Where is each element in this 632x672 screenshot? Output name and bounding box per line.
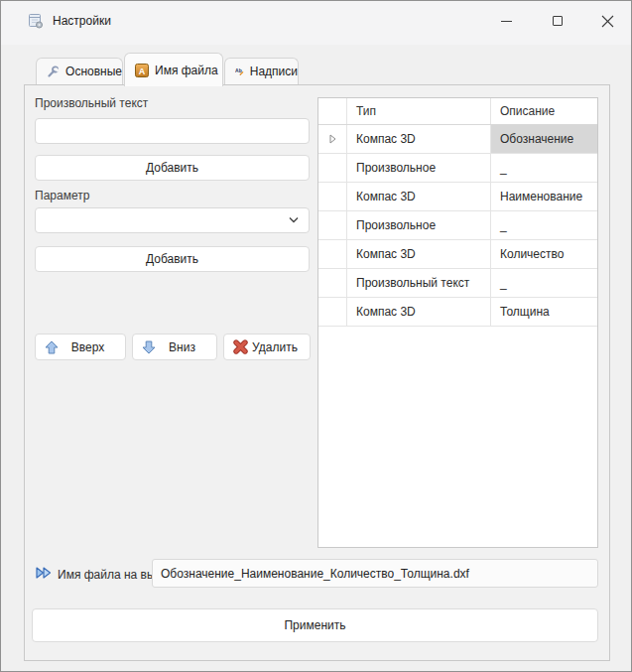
tab-label: Имя файла bbox=[155, 64, 218, 77]
tab-labels[interactable]: Ab Надписи bbox=[224, 58, 299, 84]
row-header-cell[interactable] bbox=[318, 211, 347, 239]
add-parameter-button-label: Добавить bbox=[146, 252, 198, 266]
maximize-button[interactable] bbox=[535, 1, 580, 41]
description-cell[interactable]: _ bbox=[491, 211, 597, 239]
add-text-button-label: Добавить bbox=[146, 161, 198, 175]
type-cell[interactable]: Компас 3D bbox=[347, 298, 491, 326]
table-row[interactable]: Компас 3D Наименование bbox=[318, 183, 597, 211]
tab-basic-settings[interactable]: Основные bbox=[36, 58, 123, 84]
table-row[interactable]: Компас 3D Количество bbox=[318, 240, 597, 269]
chevron-down-icon bbox=[288, 216, 300, 224]
description-cell[interactable]: Наименование bbox=[491, 183, 597, 210]
table-row[interactable]: Произвольное _ bbox=[318, 154, 597, 183]
row-header-cell[interactable] bbox=[318, 269, 347, 297]
add-parameter-button[interactable]: Добавить bbox=[35, 246, 310, 272]
close-icon bbox=[601, 15, 614, 28]
parameter-label: Параметр bbox=[35, 189, 89, 202]
letter-a-icon: A bbox=[135, 64, 149, 77]
type-cell[interactable]: Компас 3D bbox=[347, 125, 491, 153]
apply-button-label: Применить bbox=[284, 618, 345, 632]
row-header-cell[interactable] bbox=[318, 125, 347, 153]
move-up-button-label: Вверх bbox=[59, 340, 117, 354]
minimize-icon bbox=[501, 21, 512, 22]
app-icon bbox=[28, 13, 44, 29]
parameters-table: Тип Описание Компас 3D Обозначение Произ… bbox=[317, 97, 598, 548]
svg-text:A: A bbox=[139, 66, 146, 75]
row-header-cell[interactable] bbox=[318, 298, 347, 326]
table-row[interactable]: Произвольное _ bbox=[318, 211, 597, 240]
tab-content-panel: Произвольный текст Добавить Параметр Доб… bbox=[24, 84, 610, 661]
output-double-arrow-icon bbox=[35, 565, 53, 581]
row-header-cell[interactable] bbox=[318, 183, 347, 210]
description-cell[interactable]: Количество bbox=[491, 240, 597, 268]
table-row[interactable]: Компас 3D Толщина bbox=[318, 298, 597, 327]
tab-label: Основные bbox=[65, 65, 122, 78]
down-arrow-icon bbox=[142, 340, 156, 354]
row-header-cell[interactable] bbox=[318, 154, 347, 182]
window-title: Настройки bbox=[53, 1, 111, 41]
row-header-column bbox=[318, 98, 347, 124]
type-cell[interactable]: Произвольный текст bbox=[347, 269, 491, 297]
description-cell[interactable]: _ bbox=[491, 154, 597, 182]
column-header-description[interactable]: Описание bbox=[491, 98, 597, 124]
free-text-label: Произвольный текст bbox=[35, 96, 148, 110]
description-cell[interactable]: Толщина bbox=[491, 298, 597, 326]
description-cell[interactable]: _ bbox=[491, 269, 597, 297]
up-arrow-icon bbox=[45, 340, 59, 354]
ab-pencil-icon: Ab bbox=[235, 64, 244, 79]
type-cell[interactable]: Произвольное bbox=[347, 154, 491, 182]
add-text-button[interactable]: Добавить bbox=[35, 155, 310, 181]
delete-button[interactable]: Удалить bbox=[223, 334, 311, 360]
delete-button-label: Удалить bbox=[248, 340, 302, 354]
tab-label: Надписи bbox=[250, 65, 298, 78]
table-row[interactable]: Произвольный текст _ bbox=[318, 269, 597, 298]
table-header: Тип Описание bbox=[318, 98, 597, 125]
free-text-input[interactable] bbox=[35, 118, 310, 144]
titlebar: Настройки bbox=[1, 1, 631, 45]
move-up-button[interactable]: Вверх bbox=[35, 334, 126, 360]
output-file-name-field[interactable]: Обозначение_Наименование_Количество_Толщ… bbox=[152, 559, 598, 588]
minimize-button[interactable] bbox=[483, 1, 529, 41]
output-file-name-value: Обозначение_Наименование_Количество_Толщ… bbox=[161, 567, 469, 581]
delete-x-icon bbox=[233, 339, 248, 354]
close-button[interactable] bbox=[584, 1, 630, 41]
type-cell[interactable]: Компас 3D bbox=[347, 240, 491, 268]
settings-window: Настройки Основные A Им bbox=[0, 0, 632, 672]
current-row-indicator-icon bbox=[329, 134, 336, 144]
table-row[interactable]: Компас 3D Обозначение bbox=[318, 125, 597, 154]
svg-text:Ab: Ab bbox=[235, 67, 242, 73]
column-header-type[interactable]: Тип bbox=[347, 98, 491, 124]
maximize-icon bbox=[553, 16, 563, 26]
parameter-select[interactable] bbox=[35, 207, 310, 233]
description-cell[interactable]: Обозначение bbox=[491, 125, 597, 153]
type-cell[interactable]: Компас 3D bbox=[347, 183, 491, 210]
apply-button[interactable]: Применить bbox=[32, 608, 598, 642]
row-header-cell[interactable] bbox=[318, 240, 347, 268]
move-down-button[interactable]: Вниз bbox=[132, 334, 217, 360]
wrench-icon bbox=[47, 64, 60, 79]
move-down-button-label: Вниз bbox=[156, 340, 208, 354]
tab-file-name[interactable]: A Имя файла bbox=[124, 53, 223, 86]
type-cell[interactable]: Произвольное bbox=[347, 211, 491, 239]
table-body: Компас 3D Обозначение Произвольное _ Ком… bbox=[318, 125, 597, 327]
